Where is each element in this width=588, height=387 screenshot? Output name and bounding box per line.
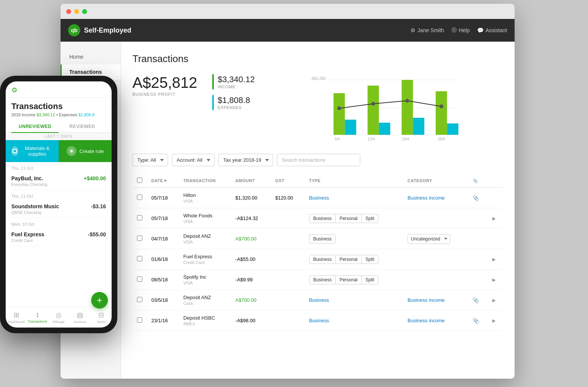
tx-date-group: Thu, 11 Oct xyxy=(11,162,106,172)
tab-reviewed[interactable]: REVIEWED xyxy=(59,121,106,133)
phone-tabs: UNREVIEWED REVIEWED xyxy=(6,121,112,133)
cell-category: Business income xyxy=(403,290,468,311)
list-item[interactable]: PayBud, Inc. Everyday Checking +$400.00 xyxy=(11,172,106,190)
expand-arrow[interactable]: ▶ xyxy=(492,257,496,262)
nav-taxes[interactable]: ⊟ Taxes xyxy=(90,309,112,325)
expand-arrow[interactable]: ▶ xyxy=(492,298,496,303)
expand-arrow[interactable]: ▶ xyxy=(492,277,496,282)
type-link[interactable]: Business xyxy=(309,195,329,201)
svg-text:12/4: 12/4 xyxy=(368,137,375,141)
tx-account: Everyday Checking xyxy=(11,182,47,187)
svg-rect-10 xyxy=(413,118,425,135)
list-item[interactable]: Soundstorm Music QBSE Checking -$3.16 xyxy=(11,200,106,218)
materials-icon xyxy=(11,146,19,156)
cell-arrow xyxy=(488,188,503,208)
create-rule-label: Create rule xyxy=(79,148,104,154)
personal-type-button[interactable]: Personal xyxy=(336,255,361,264)
phone-header: ⚙ xyxy=(6,81,112,98)
row-checkbox[interactable] xyxy=(137,195,142,200)
category-column-header: CATEGORY xyxy=(403,174,468,188)
category-select[interactable]: Uncategorized xyxy=(408,234,450,244)
svg-point-15 xyxy=(440,105,443,108)
type-button-group: Business Personal Split xyxy=(309,214,398,223)
cell-amount: -A$55.00 xyxy=(231,249,271,270)
business-type-button[interactable]: Business xyxy=(309,275,336,284)
tx-name: Soundstorm Music xyxy=(11,203,59,209)
row-checkbox[interactable] xyxy=(137,215,142,220)
type-link[interactable]: Business xyxy=(309,297,329,303)
income-amount: $3,340.12 xyxy=(218,75,255,84)
category-link[interactable]: Business income xyxy=(408,318,445,323)
svg-rect-5 xyxy=(368,86,379,135)
cell-arrow: ▶ xyxy=(488,311,503,331)
business-type-button[interactable]: Business xyxy=(309,234,336,243)
main-content: Transactions A$25,812 BUSINESS PROFIT $3… xyxy=(121,42,515,379)
type-link[interactable]: Business xyxy=(309,318,329,323)
date-column-header: DATE▼ xyxy=(147,174,179,188)
cell-amount: -A$9.99 xyxy=(231,270,271,290)
nav-invoices[interactable]: ▤ Invoices xyxy=(69,309,90,325)
phone-settings-icon[interactable]: ⚙ xyxy=(11,86,17,94)
sidebar-item-home[interactable]: Home xyxy=(61,49,121,64)
create-rule-button[interactable]: Create rule xyxy=(59,140,112,162)
personal-type-button[interactable]: Personal xyxy=(336,214,361,223)
help-menu-item[interactable]: ⓪ Help xyxy=(451,27,470,34)
svg-point-14 xyxy=(406,99,409,103)
expand-arrow[interactable]: ▶ xyxy=(492,318,496,323)
category-link[interactable]: Business income xyxy=(408,297,445,303)
tab-unreviewed[interactable]: UNREVIEWED xyxy=(11,121,59,133)
app-title: Self-Employed xyxy=(84,27,131,34)
account-filter[interactable]: Account: All xyxy=(172,154,215,166)
materials-supplies-button[interactable]: Materials & supplies xyxy=(6,140,59,162)
table-row: 23/1/16 Deposit HSBC AMEX -A$98.00 Busin… xyxy=(132,311,503,331)
row-checkbox[interactable] xyxy=(137,256,142,261)
fab-add-button[interactable]: + xyxy=(91,292,108,309)
split-type-button[interactable]: Split xyxy=(362,255,378,264)
row-checkbox[interactable] xyxy=(137,276,142,282)
phone-expenses-value: $1,808.8 xyxy=(78,112,95,117)
cell-arrow: ▶ xyxy=(488,290,503,311)
split-type-button[interactable]: Split xyxy=(362,214,378,223)
traffic-light-close[interactable] xyxy=(66,9,71,14)
phone-transaction-list: Thu, 11 Oct PayBud, Inc. Everyday Checki… xyxy=(6,162,112,307)
cell-type: Business xyxy=(305,188,403,208)
list-item[interactable]: Fuel Express Credit Card -$55.00 xyxy=(11,228,106,246)
attachment-icon: 📎 xyxy=(473,318,479,324)
attachment-icon: 📎 xyxy=(473,297,479,303)
type-filter[interactable]: Type: All xyxy=(132,154,168,166)
tx-amount: +$400.00 xyxy=(84,175,106,181)
nav-dashboard[interactable]: ⊞ Dashboard xyxy=(6,309,27,325)
tax-year-filter[interactable]: Tax year 2018-19 xyxy=(218,154,273,166)
cell-clip: 📎 xyxy=(468,290,487,311)
svg-rect-6 xyxy=(402,80,413,135)
assistant-menu-item[interactable]: 💬 Assistant xyxy=(477,27,507,33)
personal-type-button[interactable]: Personal xyxy=(336,275,361,284)
phone-period-label: LAST 7 DAYS xyxy=(6,133,112,140)
row-checkbox[interactable] xyxy=(137,297,142,302)
settings-menu-item[interactable]: ⚙ Jane Smith xyxy=(411,27,444,33)
business-type-button[interactable]: Business xyxy=(309,214,336,223)
select-all-checkbox[interactable] xyxy=(137,178,142,183)
cell-clip xyxy=(468,270,487,290)
expand-arrow[interactable]: ▶ xyxy=(492,216,496,221)
category-link[interactable]: Business income xyxy=(408,195,445,201)
split-type-button[interactable]: Split xyxy=(362,275,378,284)
traffic-light-minimize[interactable] xyxy=(74,9,79,14)
cell-arrow: ▶ xyxy=(488,270,503,290)
phone-summary-text: 2018 Income $3,340.12 • Expenses $1,808.… xyxy=(11,112,106,117)
nav-transactions[interactable]: ↕ Transactions xyxy=(27,309,48,325)
search-input[interactable] xyxy=(277,154,360,166)
row-checkbox[interactable] xyxy=(137,236,142,241)
cell-date: 05/7/18 xyxy=(147,188,179,208)
tx-amount: -$3.16 xyxy=(91,203,106,209)
traffic-light-fullscreen[interactable] xyxy=(82,9,87,14)
row-checkbox[interactable] xyxy=(137,317,142,323)
dashboard-icon: ⊞ xyxy=(14,311,19,319)
expense-bar-indicator xyxy=(212,95,214,110)
business-type-button[interactable]: Business xyxy=(309,255,336,264)
nav-mileage[interactable]: ◎ Mileage xyxy=(48,309,69,325)
table-row: 05/7/18 Hilton VISA $1,320.00 $120.00 Bu… xyxy=(132,188,503,208)
cell-gst xyxy=(271,208,305,229)
phone-screen: ⚙ Transactions 2018 Income $3,340.12 • E… xyxy=(6,81,112,328)
tx-account: QBSE Checking xyxy=(11,210,59,215)
